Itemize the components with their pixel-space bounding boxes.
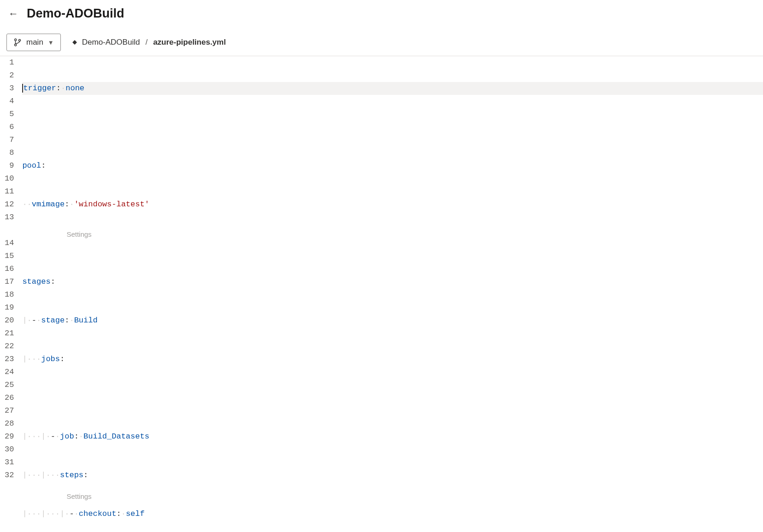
- code-line[interactable]: |···jobs:: [22, 353, 763, 366]
- line-number: 30: [5, 443, 14, 456]
- line-number: 4: [5, 95, 14, 108]
- line-number: 18: [5, 288, 14, 301]
- line-number: 23: [5, 353, 14, 366]
- page-title: Demo-ADOBuild: [27, 6, 124, 21]
- line-number: 28: [5, 417, 14, 430]
- repo-icon: [71, 39, 78, 46]
- line-number: 3: [5, 82, 14, 95]
- line-number: 11: [5, 185, 14, 198]
- line-number: 27: [5, 404, 14, 417]
- code-line[interactable]: pool:: [22, 159, 763, 172]
- git-branch-icon: [13, 38, 22, 47]
- editor-toolbar: main ▼ Demo-ADOBuild / azure-pipelines.y…: [0, 24, 763, 56]
- line-number: 25: [5, 379, 14, 392]
- code-editor[interactable]: 1 2 3 4 5 6 7 8 9 10 11 12 13 14 15 16 1…: [0, 56, 763, 532]
- code-line[interactable]: |···|·-·job:·Build_Datasets: [22, 430, 763, 443]
- line-number: 32: [5, 469, 14, 482]
- line-number: 10: [5, 172, 14, 185]
- code-line[interactable]: stages:: [22, 275, 763, 288]
- line-number: 20: [5, 314, 14, 327]
- code-line[interactable]: [22, 121, 763, 134]
- line-number: 24: [5, 366, 14, 379]
- line-number: 31: [5, 456, 14, 469]
- line-number: 12: [5, 198, 14, 211]
- svg-point-0: [14, 39, 16, 41]
- branch-name: main: [26, 38, 43, 47]
- code-line[interactable]: |·-·stage:·Build: [22, 314, 763, 327]
- code-line[interactable]: |···|···steps:: [22, 469, 763, 482]
- breadcrumb-file: azure-pipelines.yml: [153, 38, 226, 47]
- line-number: 19: [5, 301, 14, 314]
- line-number: 7: [5, 134, 14, 146]
- chevron-down-icon: ▼: [48, 39, 54, 46]
- line-number: 29: [5, 430, 14, 443]
- line-number: 15: [5, 250, 14, 263]
- line-number: 21: [5, 327, 14, 340]
- code-line[interactable]: [22, 392, 763, 404]
- line-number: 17: [5, 275, 14, 288]
- code-content[interactable]: trigger:·none pool: ··vmimage:·'windows-…: [22, 56, 763, 532]
- back-arrow-icon[interactable]: ←: [8, 8, 18, 20]
- codelens-settings[interactable]: Settings: [66, 490, 91, 503]
- line-number: 5: [5, 108, 14, 121]
- code-line[interactable]: trigger:·none: [22, 82, 763, 95]
- codelens-settings[interactable]: Settings: [66, 228, 91, 241]
- code-line[interactable]: [22, 237, 763, 250]
- line-number: 13: [5, 211, 14, 224]
- breadcrumb-separator: /: [145, 38, 148, 47]
- breadcrumb-repo[interactable]: Demo-ADOBuild: [82, 38, 140, 47]
- branch-selector[interactable]: main ▼: [6, 34, 61, 51]
- page-header: ← Demo-ADOBuild: [0, 0, 763, 24]
- line-number: 2: [5, 69, 14, 82]
- code-line[interactable]: ··vmimage:·'windows-latest': [22, 198, 763, 211]
- line-number: 14: [5, 237, 14, 250]
- code-line[interactable]: |···|···|·-·checkout:·self: [22, 508, 763, 520]
- line-number: 9: [5, 159, 14, 172]
- line-number: 8: [5, 146, 14, 159]
- codelens-spacer: [5, 224, 14, 237]
- line-number: 16: [5, 263, 14, 275]
- svg-point-1: [14, 44, 16, 46]
- line-number: 6: [5, 121, 14, 134]
- line-number: 26: [5, 392, 14, 404]
- line-number: 22: [5, 340, 14, 353]
- breadcrumb: Demo-ADOBuild / azure-pipelines.yml: [71, 38, 226, 47]
- line-number: 1: [5, 56, 14, 69]
- svg-rect-3: [72, 40, 77, 45]
- svg-point-2: [18, 39, 20, 41]
- line-number-gutter: 1 2 3 4 5 6 7 8 9 10 11 12 13 14 15 16 1…: [0, 56, 22, 532]
